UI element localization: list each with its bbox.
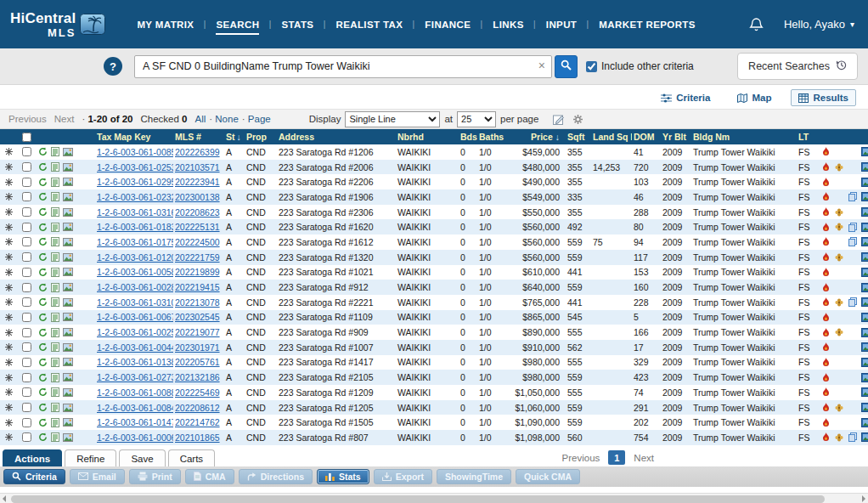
pinwheel-icon[interactable] <box>835 253 843 262</box>
watch-icon[interactable] <box>5 208 13 216</box>
watch-icon[interactable] <box>5 404 13 411</box>
documents-icon[interactable] <box>848 297 857 307</box>
tax-map-key-link[interactable]: 1-2-6-003-061-0316 <box>97 207 173 218</box>
history-icon[interactable] <box>38 387 48 397</box>
select-all-checkbox[interactable] <box>22 133 31 142</box>
watch-icon[interactable] <box>5 163 13 171</box>
hicentral-logo[interactable]: HiCentral MLS <box>10 11 105 38</box>
pinwheel-icon[interactable] <box>835 404 843 412</box>
action-button[interactable]: Print <box>129 469 181 484</box>
col-dom[interactable]: DOM <box>632 132 661 142</box>
col-tax-map-key[interactable]: Tax Map Key <box>95 132 173 142</box>
watch-icon[interactable] <box>5 419 13 427</box>
mls-number-link[interactable]: 202213078 <box>175 297 220 308</box>
mls-number-link[interactable]: 202225131 <box>175 222 220 232</box>
history-icon[interactable] <box>38 223 48 232</box>
pinwheel-icon[interactable] <box>835 298 843 307</box>
tax-sheet-icon[interactable] <box>51 313 59 322</box>
mls-number-link[interactable]: 202301971 <box>175 342 220 353</box>
history-icon[interactable] <box>38 313 48 322</box>
view-tab[interactable]: Criteria <box>653 89 718 106</box>
help-button[interactable]: ? <box>104 57 122 76</box>
media-icon[interactable] <box>861 223 868 232</box>
col-nbrhd[interactable]: Nbrhd <box>396 132 459 142</box>
search-button[interactable] <box>555 55 578 78</box>
media-icon[interactable] <box>861 252 868 262</box>
media-icon[interactable] <box>861 283 868 292</box>
history-icon[interactable] <box>38 237 48 246</box>
pager-page[interactable]: 1 <box>608 450 625 465</box>
col-sqft[interactable]: Sqft <box>562 132 591 142</box>
history-icon[interactable] <box>38 192 48 201</box>
col-baths[interactable]: Baths <box>477 132 510 142</box>
media-icon[interactable] <box>861 297 868 307</box>
history-icon[interactable] <box>38 297 48 307</box>
watch-icon[interactable] <box>5 284 13 291</box>
action-button[interactable]: CMA <box>185 469 234 484</box>
pinwheel-icon[interactable] <box>835 223 843 231</box>
history-icon[interactable] <box>38 207 48 217</box>
mls-number-link[interactable]: 202205761 <box>175 357 220 367</box>
tax-sheet-icon[interactable] <box>51 178 59 187</box>
mls-number-link[interactable]: 202225469 <box>175 387 220 398</box>
per-page-select[interactable]: 25 <box>457 111 496 127</box>
col-bds[interactable]: Bds <box>459 132 477 142</box>
photo-icon[interactable] <box>63 313 73 321</box>
mls-number-link[interactable]: 202223941 <box>175 177 220 187</box>
scroll-right-icon[interactable] <box>862 495 865 502</box>
row-checkbox[interactable] <box>22 252 31 262</box>
watch-icon[interactable] <box>5 238 13 246</box>
tax-sheet-icon[interactable] <box>51 192 59 201</box>
tax-sheet-icon[interactable] <box>51 297 59 307</box>
photo-icon[interactable] <box>63 373 73 381</box>
clear-search-icon[interactable]: × <box>538 59 545 72</box>
select-link[interactable]: None <box>209 114 239 124</box>
media-icon[interactable] <box>861 147 868 156</box>
photo-icon[interactable] <box>63 253 73 262</box>
tax-sheet-icon[interactable] <box>51 328 59 337</box>
photo-icon[interactable] <box>63 163 73 172</box>
photo-icon[interactable] <box>63 418 73 427</box>
history-icon[interactable] <box>38 373 48 382</box>
nav-item[interactable]: STATS <box>270 16 324 33</box>
media-icon[interactable] <box>861 328 868 337</box>
history-icon[interactable] <box>38 358 48 367</box>
tax-sheet-icon[interactable] <box>51 268 59 277</box>
tax-map-key-link[interactable]: 1-2-6-003-061-0085 <box>97 147 173 157</box>
photo-icon[interactable] <box>63 388 73 397</box>
row-checkbox[interactable] <box>22 192 31 201</box>
watch-icon[interactable] <box>5 298 13 306</box>
col-address[interactable]: Address <box>277 132 396 142</box>
pinwheel-icon[interactable] <box>835 208 843 217</box>
photo-icon[interactable] <box>63 268 73 276</box>
row-checkbox[interactable] <box>22 268 31 277</box>
tax-map-key-link[interactable]: 1-2-6-003-061-0120 <box>97 252 173 263</box>
media-icon[interactable] <box>861 178 868 187</box>
user-menu[interactable]: Hello, Ayako ▾ <box>784 18 854 31</box>
history-icon[interactable] <box>38 147 48 156</box>
tax-map-key-link[interactable]: 1-2-6-003-061-0138 <box>97 357 173 367</box>
photo-icon[interactable] <box>63 208 73 217</box>
row-checkbox[interactable] <box>22 283 31 292</box>
action-button[interactable]: Email <box>70 469 125 484</box>
view-tab[interactable]: Results <box>791 89 856 106</box>
select-link[interactable]: Page <box>242 114 271 124</box>
media-icon[interactable] <box>861 387 868 397</box>
media-icon[interactable] <box>861 358 868 367</box>
media-icon[interactable] <box>861 192 868 201</box>
bell-icon[interactable] <box>749 17 764 32</box>
media-icon[interactable] <box>861 373 868 382</box>
watch-icon[interactable] <box>5 148 13 155</box>
display-select[interactable]: Single Line <box>345 111 440 127</box>
action-button[interactable]: Export <box>374 469 432 484</box>
tax-map-key-link[interactable]: 1-2-6-003-061-0044 <box>97 342 173 353</box>
nav-item[interactable]: LINKS <box>482 16 535 33</box>
mls-number-link[interactable]: 202226399 <box>175 147 220 157</box>
tax-map-key-link[interactable]: 1-2-6-003-061-0232 <box>97 192 173 202</box>
mls-number-link[interactable]: 202103571 <box>175 162 220 172</box>
next-link[interactable]: Next <box>54 114 75 124</box>
row-checkbox[interactable] <box>22 373 31 382</box>
pager-previous[interactable]: Previous <box>562 453 600 463</box>
media-icon[interactable] <box>861 342 868 352</box>
watch-icon[interactable] <box>5 343 13 351</box>
